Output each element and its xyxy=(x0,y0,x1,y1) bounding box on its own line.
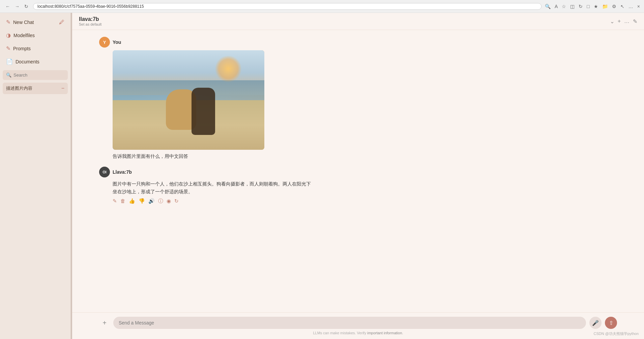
user-avatar: Y xyxy=(99,37,110,48)
close-icon[interactable]: × xyxy=(637,4,640,9)
delete-chat-icon[interactable]: − xyxy=(61,85,64,91)
browser-icons: 🔍 A ☆ ◫ ↻ □ ★ 📁 ⚙ ↖ … × xyxy=(545,4,640,9)
input-row: + 🎤 ⇧ xyxy=(99,317,617,329)
footer-disclaimer: LLMs can make mistakes. Verify important… xyxy=(99,331,617,335)
thumbs-down-icon[interactable]: 👎 xyxy=(139,198,145,204)
edit-icon[interactable]: ✎ xyxy=(633,18,637,25)
sidebar-item-modelfiles[interactable]: ◑ Modelfiles xyxy=(3,29,68,41)
chat-history-item-0[interactable]: 描述图片内容 − xyxy=(3,83,68,94)
search-small-icon: 🔍 xyxy=(6,73,11,78)
message-input[interactable] xyxy=(113,317,586,329)
new-chat-icon: ✎ xyxy=(6,19,10,25)
model-name: llava:7b xyxy=(79,16,99,22)
sidebar-item-prompts[interactable]: ✎ Prompts xyxy=(3,43,68,54)
sidebar-item-documents[interactable]: 📄 Documents xyxy=(3,56,68,67)
ai-message-header: OI Llava:7b xyxy=(99,167,617,177)
set-default-label[interactable]: Set as default xyxy=(79,22,101,26)
sidebar: ✎ New Chat 🖉 ◑ Modelfiles ✎ Prompts 📄 Do… xyxy=(0,13,71,339)
disclaimer-end: . xyxy=(402,331,403,335)
back-button[interactable]: ← xyxy=(4,3,11,10)
browser-address[interactable]: localhost:8080/c/cf7575aa-0559-4bae-9016… xyxy=(33,3,541,10)
modelfiles-label: Modelfiles xyxy=(13,33,35,38)
chat-history-title: 描述图片内容 xyxy=(6,85,32,91)
search-box[interactable]: 🔍 xyxy=(3,70,68,80)
forward-button[interactable]: → xyxy=(13,3,21,10)
split-icon[interactable]: □ xyxy=(587,4,589,9)
sun-glow xyxy=(215,55,242,82)
user-uploaded-image[interactable] xyxy=(113,50,264,150)
documents-label: Documents xyxy=(16,59,39,64)
regenerate-icon[interactable]: ↻ xyxy=(174,198,179,204)
collections-icon[interactable]: 📁 xyxy=(602,4,608,9)
microphone-button[interactable]: 🎤 xyxy=(589,317,602,329)
extensions-icon[interactable]: ⚙ xyxy=(612,4,616,9)
stop-icon[interactable]: ◉ xyxy=(167,198,171,204)
messages-container: Y You 告诉我图片里面 xyxy=(72,30,644,312)
model-info: llava:7b Set as default xyxy=(79,16,101,26)
header-actions: ⌄ + … ✎ xyxy=(610,18,637,25)
documents-icon: 📄 xyxy=(6,58,13,65)
browser-bar: ← → ↻ localhost:8080/c/cf7575aa-0559-4ba… xyxy=(0,0,644,13)
ai-avatar: OI xyxy=(99,167,110,177)
modelfiles-icon: ◑ xyxy=(6,32,11,38)
speaker-icon[interactable]: 🔊 xyxy=(148,198,155,204)
chat-header: llava:7b Set as default ⌄ + … ✎ xyxy=(72,13,644,30)
send-button[interactable]: ⇧ xyxy=(605,317,617,329)
user-message-header: Y You xyxy=(99,37,617,48)
ai-sender-name: Llava:7b xyxy=(113,169,132,175)
thumbs-up-icon[interactable]: 👍 xyxy=(129,198,135,204)
input-area: + 🎤 ⇧ LLMs can make mistakes. Verify imp… xyxy=(72,312,644,339)
add-attachment-button[interactable]: + xyxy=(99,317,110,328)
prompts-label: Prompts xyxy=(13,46,31,51)
main-area: llava:7b Set as default ⌄ + … ✎ Y You xyxy=(72,13,644,339)
app-container: ✎ New Chat 🖉 ◑ Modelfiles ✎ Prompts 📄 Do… xyxy=(0,13,644,339)
disclaimer-text: LLMs can make mistakes. Verify xyxy=(313,331,367,335)
prompts-icon: ✎ xyxy=(6,45,10,52)
new-chat-label: New Chat xyxy=(13,20,34,25)
compose-icon[interactable]: 🖉 xyxy=(59,19,64,25)
url-text: localhost:8080/c/cf7575aa-0559-4bae-9016… xyxy=(37,4,144,9)
user-message-text: 告诉我图片里面有什么，用中文回答 xyxy=(113,152,617,160)
message-user: Y You 告诉我图片里面 xyxy=(99,37,617,160)
reload-button[interactable]: ↻ xyxy=(23,3,30,10)
copy-icon[interactable]: 🗑 xyxy=(120,198,125,204)
info-icon[interactable]: ⓘ xyxy=(158,198,163,204)
user-message-content: 告诉我图片里面有什么，用中文回答 xyxy=(113,50,617,160)
browser-nav[interactable]: ← → ↻ xyxy=(4,3,30,10)
beach-scene xyxy=(113,50,264,150)
ai-message-text: 图片中有一只狗和一个人，他们在沙上相互摇头。狗看向摄影者，而人则朝着狗。两人在阳… xyxy=(113,180,315,195)
important-info-link[interactable]: important information xyxy=(367,331,402,335)
refresh-icon[interactable]: ↻ xyxy=(579,4,583,9)
more-options-icon[interactable]: … xyxy=(624,18,630,24)
person-figure xyxy=(192,88,215,135)
more-icon[interactable]: … xyxy=(628,4,633,9)
search-icon[interactable]: 🔍 xyxy=(545,4,551,9)
new-chat-item[interactable]: ✎ New Chat 🖉 xyxy=(3,16,68,28)
bookmark-icon[interactable]: ☆ xyxy=(562,4,566,9)
plus-icon[interactable]: + xyxy=(618,18,621,24)
watermark: CSDN @功夫熊猫学python xyxy=(594,331,639,336)
message-ai: OI Llava:7b 图片中有一只狗和一个人，他们在沙上相互摇头。狗看向摄影者… xyxy=(99,167,617,204)
extension-icon[interactable]: ◫ xyxy=(570,4,575,9)
search-input[interactable] xyxy=(13,73,64,78)
edit-message-icon[interactable]: ✎ xyxy=(113,198,117,204)
chevron-down-icon[interactable]: ⌄ xyxy=(610,18,614,25)
ai-message-content: 图片中有一只狗和一个人，他们在沙上相互摇头。狗看向摄影者，而人则朝着狗。两人在阳… xyxy=(113,180,617,204)
share-icon[interactable]: ↖ xyxy=(620,4,624,9)
favorites-icon[interactable]: ★ xyxy=(594,4,598,9)
reader-icon[interactable]: A xyxy=(555,4,558,9)
user-sender-name: You xyxy=(113,39,121,45)
message-action-bar: ✎ 🗑 👍 👎 🔊 ⓘ ◉ ↻ xyxy=(113,198,617,204)
